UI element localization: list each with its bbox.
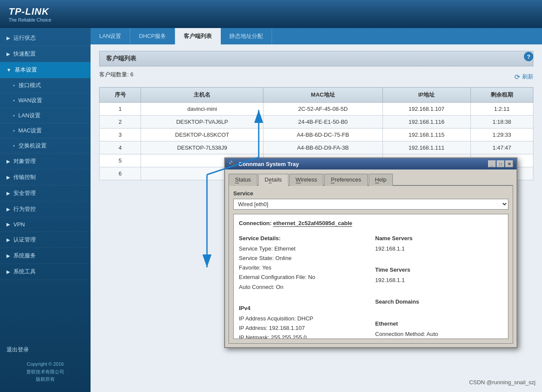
ethernet-title: Ethernet — [375, 319, 503, 329]
logout-button[interactable]: 退出登录 — [0, 342, 91, 358]
sidebar-item-label: 对象管理 — [13, 157, 36, 165]
sidebar-item-transfer-ctrl[interactable]: ▶ 传输控制 — [0, 169, 91, 185]
sidebar-sub-interface-mode[interactable]: 接口模式 — [0, 78, 91, 93]
sidebar-item-label: 系统工具 — [13, 268, 36, 276]
service-details-title: Service Details: — [239, 234, 367, 243]
dialog-tab-details[interactable]: Details — [258, 174, 288, 186]
sidebar-item-label: VPN — [13, 221, 25, 228]
time-servers-val: 192.168.1.1 — [375, 276, 503, 285]
sidebar-item-quick-config[interactable]: ▶ 快速配置 — [0, 46, 91, 62]
sidebar-item-auth-mgmt[interactable]: ▶ 认证管理 — [0, 232, 91, 248]
service-state: Service State: Online — [239, 254, 367, 263]
dialog-content: Service Wired [eth0] Connection: etherne… — [229, 186, 513, 344]
sidebar-item-sys-service[interactable]: ▶ 系统服务 — [0, 248, 91, 264]
sidebar-item-label: 系统服务 — [13, 252, 36, 260]
sidebar-item-label: 快速配置 — [13, 50, 36, 58]
sidebar-sub-lan-settings[interactable]: LAN设置 — [0, 108, 91, 123]
ip-addr: IP Address: 192.168.1.107 — [239, 323, 367, 333]
service-select[interactable]: Wired [eth0] — [233, 199, 508, 210]
ext-config: External Configuration File: No — [239, 273, 367, 282]
sidebar-sub-switch-settings[interactable]: 交换机设置 — [0, 138, 91, 154]
sidebar-sub-mac-settings[interactable]: MAC设置 — [0, 123, 91, 138]
sidebar-sub-label: 接口模式 — [19, 82, 41, 89]
dialog-overlay: 🔌 Connman System Tray _ □ ✕ Status — [91, 28, 542, 392]
ip-acq: IP Address Acquisition: DHCP — [239, 314, 367, 323]
sidebar-sub-label: MAC设置 — [19, 127, 42, 135]
content-area: LAN设置 DHCP服务 客户端列表 静态地址分配 ? 客户端列表 客户端数量:… — [91, 28, 542, 392]
watermark: CSDN @running_snail_szj — [469, 379, 536, 386]
main-layout: ▶ 运行状态 ▶ 快速配置 ▼ 基本设置 接口模式 WAN设置 LAN设置 MA… — [0, 28, 542, 392]
sidebar-item-security-mgmt[interactable]: ▶ 安全管理 — [0, 185, 91, 201]
sidebar-sub-wan-settings[interactable]: WAN设置 — [0, 93, 91, 108]
arrow-icon: ▶ — [6, 35, 10, 41]
favorite: Favorite: Yes — [239, 263, 367, 273]
details-right: Name Servers 192.168.1.1 Time Servers 19… — [375, 232, 503, 339]
search-domains-title: Search Domains — [375, 297, 503, 307]
arrow-icon: ▶ — [6, 175, 10, 180]
auto-connect: Auto Connect: On — [239, 282, 367, 292]
arrow-icon: ▶ — [6, 269, 10, 275]
header: TP-LINK The Reliable Choice — [0, 0, 542, 28]
dialog-tab-help[interactable]: Help — [369, 174, 393, 186]
arrow-icon: ▶ — [6, 207, 10, 212]
ip-mask: IP Netmask: 255.255.255.0 — [239, 333, 367, 339]
logo-sub: The Reliable Choice — [9, 17, 51, 22]
close-button[interactable]: ✕ — [505, 160, 513, 167]
connman-dialog: 🔌 Connman System Tray _ □ ✕ Status — [224, 157, 517, 348]
conn-method: Connection Method: Auto — [375, 329, 503, 339]
sidebar-sub-label: 交换机设置 — [19, 142, 47, 150]
service-label: Service — [233, 190, 508, 197]
arrow-icon: ▶ — [6, 51, 10, 57]
arrow-icon: ▶ — [6, 237, 10, 243]
arrow-icon: ▼ — [6, 67, 11, 72]
sidebar-item-label: 基本设置 — [15, 66, 37, 74]
sidebar-item-label: 安全管理 — [13, 189, 36, 197]
arrow-icon: ▶ — [6, 253, 10, 259]
logo: TP-LINK The Reliable Choice — [9, 6, 51, 22]
details-columns: Service Details: Service Type: Ethernet … — [239, 232, 503, 339]
sidebar-item-behavior-ctrl[interactable]: ▶ 行为管控 — [0, 201, 91, 217]
details-left: Service Details: Service Type: Ethernet … — [239, 232, 367, 339]
maximize-button[interactable]: □ — [497, 160, 504, 167]
sidebar-item-object-mgmt[interactable]: ▶ 对象管理 — [0, 154, 91, 169]
sidebar: ▶ 运行状态 ▶ 快速配置 ▼ 基本设置 接口模式 WAN设置 LAN设置 MA… — [0, 28, 91, 392]
dialog-app-icon: 🔌 — [229, 160, 236, 167]
minimize-button[interactable]: _ — [488, 160, 496, 167]
sidebar-item-basic-settings[interactable]: ▼ 基本设置 — [0, 62, 91, 78]
dialog-title: Connman System Tray — [238, 161, 299, 167]
arrow-icon: ▶ — [6, 159, 10, 164]
details-scroll[interactable]: Connection: ethernet_2c52af45085d_cable … — [233, 214, 508, 339]
sidebar-item-sys-tools[interactable]: ▶ 系统工具 — [0, 264, 91, 280]
sidebar-item-label: 行为管控 — [13, 205, 36, 213]
sidebar-footer: Copyright © 2016 普联技术有限公司 版权所有 — [0, 361, 91, 383]
sidebar-item-run-status[interactable]: ▶ 运行状态 — [0, 30, 91, 46]
service-type: Service Type: Ethernet — [239, 244, 367, 254]
arrow-icon: ▶ — [6, 222, 10, 227]
sidebar-sub-label: WAN设置 — [19, 97, 43, 104]
dialog-tab-status[interactable]: Status — [229, 174, 257, 186]
arrow-icon: ▶ — [6, 191, 10, 196]
dialog-tab-preferences[interactable]: Preferences — [324, 174, 367, 186]
dialog-body: Status Details Wireless Preferences Help — [225, 169, 517, 347]
time-servers-title: Time Servers — [375, 265, 503, 275]
name-servers-val: 192.168.1.1 — [375, 244, 503, 254]
sidebar-item-vpn[interactable]: ▶ VPN — [0, 217, 91, 232]
ipv4-title: IPv4 — [239, 304, 367, 313]
sidebar-item-label: 运行状态 — [13, 34, 36, 42]
dialog-controls: _ □ ✕ — [488, 160, 513, 167]
connection-line: Connection: ethernet_2c52af45085d_cable — [239, 220, 352, 227]
dialog-tabs: Status Details Wireless Preferences Help — [229, 173, 513, 186]
sidebar-item-label: 传输控制 — [13, 173, 36, 181]
sidebar-item-label: 认证管理 — [13, 236, 36, 244]
name-servers-title: Name Servers — [375, 234, 503, 243]
logo-main: TP-LINK — [9, 6, 51, 17]
dialog-tab-wireless[interactable]: Wireless — [289, 174, 324, 186]
service-select-row: Wired [eth0] — [233, 199, 508, 210]
sidebar-sub-label: LAN设置 — [19, 112, 41, 119]
dialog-titlebar: 🔌 Connman System Tray _ □ ✕ — [225, 158, 517, 169]
